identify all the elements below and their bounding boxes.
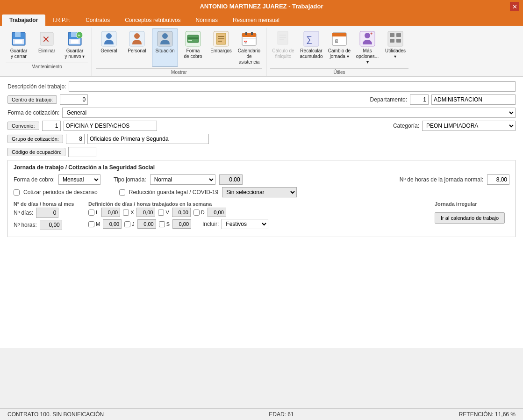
grupo-cotizacion-name-input[interactable] (87, 134, 209, 144)
grupo-cotizacion-row: Grupo de cotización: (7, 134, 516, 144)
cotizar-descanso-label: Cotizar periodos de descanso (23, 189, 98, 196)
delete-icon-svg: ✕ (38, 30, 55, 47)
day-j-input[interactable] (137, 219, 156, 229)
forma-cobro-ribbon-label: Forma de cobro (184, 48, 202, 59)
grupo-cotizacion-num-input[interactable] (66, 134, 85, 144)
convenio-name-input[interactable] (64, 121, 157, 131)
calculo-finiquito-label: Cálculo de finiquito (272, 48, 294, 59)
forma-cotizacion-select[interactable]: General (62, 108, 516, 118)
forma-cobro-select[interactable]: Mensual (58, 174, 100, 185)
svg-point-15 (134, 33, 140, 39)
convenio-num-input[interactable] (42, 121, 61, 131)
days-row2: M J S Incluir: Fes (88, 219, 425, 229)
day-x-input[interactable] (136, 208, 155, 217)
dias-input[interactable] (36, 208, 58, 218)
tab-contratos[interactable]: Contratos (78, 14, 117, 26)
tab-nominas[interactable]: Nóminas (188, 14, 225, 26)
jornada-row2: Cotizar periodos de descanso Reducción g… (14, 187, 509, 197)
svg-rect-47 (396, 33, 401, 37)
ribbon: Guardar y cerrar ✕ Eliminar (0, 26, 523, 77)
day-x-checkbox[interactable] (123, 210, 129, 216)
day-s-input[interactable] (172, 219, 191, 229)
day-v-input[interactable] (172, 208, 191, 217)
save-new-icon-svg: + (66, 30, 83, 47)
reduccion-select[interactable]: Sin seleccionar (222, 187, 297, 197)
departamento-num-input[interactable] (410, 94, 429, 105)
centro-trabajo-input[interactable] (60, 94, 88, 105)
svg-text:✕: ✕ (42, 34, 50, 44)
incluir-select[interactable]: Festivos (222, 219, 268, 229)
svg-text:🗓: 🗓 (335, 39, 339, 43)
personal-button[interactable]: Personal (124, 29, 150, 67)
tab-irpf[interactable]: I.R.P.F. (45, 14, 78, 26)
recalcular-button[interactable]: ∑ Recalcular acumulado (298, 29, 324, 67)
mas-opciones-label: Más opciones... ▾ (356, 48, 379, 65)
day-l-checkbox[interactable] (88, 210, 94, 216)
ribbon-group-mantenimiento: Guardar y cerrar ✕ Eliminar (2, 28, 92, 76)
day-s-checkbox[interactable] (159, 221, 165, 227)
guardar-cerrar-label: Guardar y cerrar (10, 48, 28, 59)
guardar-cerrar-button[interactable]: Guardar y cerrar (6, 29, 32, 61)
day-m-input[interactable] (103, 219, 122, 229)
svg-point-13 (106, 33, 112, 39)
calculo-finiquito-button[interactable]: Cálculo de finiquito (270, 29, 296, 67)
svg-text:📅: 📅 (244, 40, 248, 44)
mostrar-items: General Personal (96, 29, 262, 67)
categoria-select[interactable]: PEON LIMPIADORA (422, 121, 516, 131)
eliminar-button[interactable]: ✕ Eliminar (34, 29, 60, 61)
horas-jornada-input[interactable] (487, 174, 509, 185)
utilidades-button[interactable]: Utilidades ▾ (382, 29, 408, 67)
day-l-input[interactable] (101, 208, 120, 217)
departamento-name-input[interactable] (431, 94, 516, 105)
horas-row: Nº horas: (14, 220, 79, 230)
svg-rect-29 (245, 32, 247, 35)
tab-conceptos[interactable]: Conceptos retributivos (117, 14, 188, 26)
recalcular-icon: ∑ (303, 30, 320, 47)
cotizar-descanso-checkbox[interactable] (14, 189, 20, 196)
day-d-input[interactable] (208, 208, 226, 217)
codigo-ocupacion-button[interactable]: Código de ocupación: (7, 148, 65, 156)
svg-text:∑: ∑ (306, 35, 312, 44)
utilidades-icon (387, 30, 404, 47)
reduccion-checkbox[interactable] (119, 189, 125, 196)
day-m-checkbox[interactable] (88, 221, 94, 227)
horas-input[interactable] (40, 220, 62, 230)
svg-text:+: + (78, 33, 80, 38)
window-title: ANTONIO MARTINEZ JUAREZ - Trabajador (200, 3, 323, 10)
calendario-button[interactable]: 📅 Calendario de asistencia (236, 29, 262, 67)
dias-label: Nº días: (14, 210, 33, 216)
guardar-nuevo-button[interactable]: + Guardar y nuevo ▾ (62, 29, 88, 61)
tipo-jornada-extra-input[interactable] (219, 174, 243, 185)
embargos-button[interactable]: Embargos (208, 29, 234, 67)
svg-rect-49 (396, 39, 401, 43)
mas-opciones-button[interactable]: + Más opciones... ▾ (354, 29, 380, 67)
day-v-checkbox[interactable] (158, 210, 164, 216)
svg-rect-3 (15, 40, 22, 43)
close-button[interactable]: ✕ (510, 2, 519, 11)
mantenimiento-label: Mantenimiento (6, 63, 88, 71)
ir-calendario-button[interactable]: Ir al calendario de trabajo (435, 212, 505, 224)
day-d-checkbox[interactable] (193, 210, 200, 216)
svg-point-43 (365, 33, 370, 38)
forma-cobro-ribbon-button[interactable]: Forma de cobro (180, 29, 206, 67)
descripcion-input[interactable] (69, 81, 516, 92)
grupo-cotizacion-button[interactable]: Grupo de cotización: (7, 135, 63, 143)
situacion-button[interactable]: Situación (152, 29, 178, 67)
jornada-irregular-section: Jornada irregular Ir al calendario de tr… (435, 201, 509, 233)
general-button[interactable]: General (96, 29, 122, 67)
dias-horas-section: Nº de días / horas al mes Nº días: Nº ho… (14, 201, 79, 233)
calendario-label: Calendario de asistencia (237, 48, 261, 65)
centro-trabajo-button[interactable]: Centro de trabajo: (7, 95, 57, 104)
guardar-nuevo-label: Guardar y nuevo ▾ (65, 48, 85, 59)
tab-resumen[interactable]: Resumen mensual (225, 14, 287, 26)
jornada-title: Jornada de trabajo / Cotización a la Seg… (14, 164, 509, 171)
tipo-jornada-select[interactable]: Normal (150, 174, 215, 185)
incluir-label: Incluir: (202, 221, 219, 227)
tab-trabajador[interactable]: Trabajador (2, 14, 45, 26)
title-bar: ANTONIO MARTINEZ JUAREZ - Trabajador ✕ (0, 0, 523, 13)
day-m-label: M (88, 221, 100, 227)
codigo-ocupacion-input[interactable] (68, 147, 96, 157)
convenio-button[interactable]: Convenio: (7, 122, 39, 130)
day-j-checkbox[interactable] (124, 221, 130, 227)
cambio-jornada-button[interactable]: 🗓 Cambio de jornada ▾ (326, 29, 352, 67)
